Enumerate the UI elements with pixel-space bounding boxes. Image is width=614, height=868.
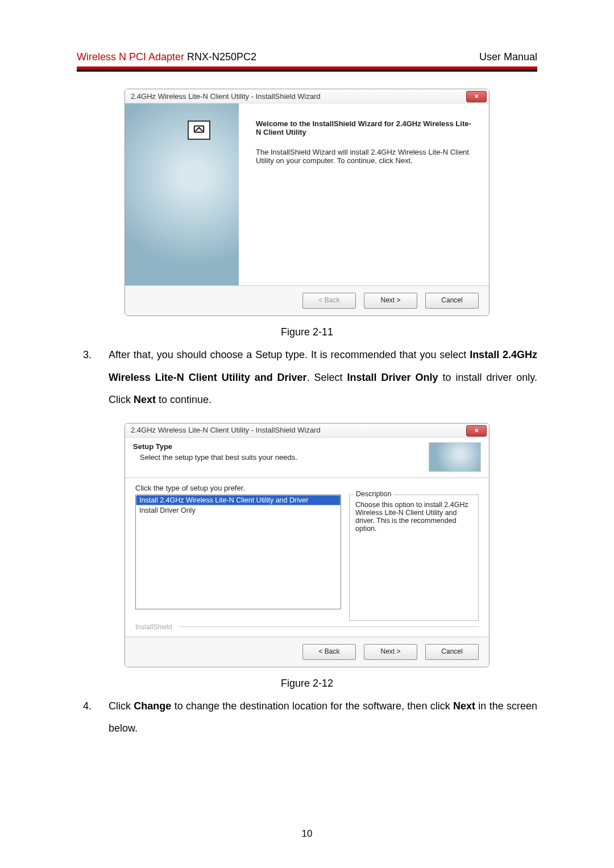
setup-type-heading: Setup Type Select the setup type that be… — [133, 442, 297, 462]
description-text: Choose this option to install 2.4GHz Wir… — [355, 501, 468, 533]
dialog2-title: 2.4GHz Wireless Lite-N Client Utility - … — [131, 426, 321, 434]
step-3-text: After that, you should choose a Setup ty… — [109, 344, 537, 412]
setup-instruction: Click the type of setup you prefer. — [125, 478, 489, 495]
step-3: 3. After that, you should choose a Setup… — [77, 344, 537, 412]
installshield-welcome-dialog: 2.4GHz Wireless Lite-N Client Utility - … — [125, 89, 489, 316]
wizard-welcome-heading: Welcome to the InstallShield Wizard for … — [256, 119, 472, 136]
cancel-button[interactable]: Cancel — [425, 644, 479, 660]
page-header: Wireless N PCI Adapter RNX-N250PC2 User … — [77, 51, 537, 67]
close-icon[interactable] — [466, 91, 487, 102]
setup-type-list[interactable]: Install 2.4GHz Wireless Lite-N Client Ut… — [135, 495, 341, 609]
header-right: User Manual — [479, 51, 537, 63]
next-button[interactable]: Next > — [364, 293, 417, 309]
description-label: Description — [354, 490, 394, 498]
page-number: 10 — [0, 828, 614, 840]
back-button[interactable]: < Back — [302, 644, 356, 660]
setup-option-utility-and-driver[interactable]: Install 2.4GHz Wireless Lite-N Client Ut… — [136, 495, 341, 505]
close-icon[interactable] — [466, 425, 487, 437]
header-product: Wireless N PCI Adapter RNX-N250PC2 — [77, 51, 256, 63]
wizard-side-image — [125, 103, 239, 285]
dialog1-title: 2.4GHz Wireless Lite-N Client Utility - … — [131, 92, 321, 101]
header-product-black: RNX-N250PC2 — [184, 51, 256, 63]
step-4-text: Click Change to change the destination l… — [109, 695, 537, 740]
figure-caption-2: Figure 2-12 — [77, 678, 537, 690]
figure-caption-1: Figure 2-11 — [77, 326, 537, 338]
wizard-welcome-body: The InstallShield Wizard will install 2.… — [256, 148, 472, 165]
cancel-button[interactable]: Cancel — [425, 293, 479, 309]
step-4-number: 4. — [77, 695, 92, 740]
divider — [180, 626, 479, 627]
dialog1-titlebar[interactable]: 2.4GHz Wireless Lite-N Client Utility - … — [125, 89, 489, 103]
back-button: < Back — [302, 293, 356, 309]
wizard-banner-image — [429, 442, 481, 472]
next-button[interactable]: Next > — [364, 644, 417, 660]
step-3-number: 3. — [77, 344, 92, 412]
monitor-icon — [188, 121, 210, 140]
step-4: 4. Click Change to change the destinatio… — [77, 695, 537, 740]
header-rule-black — [77, 70, 537, 72]
installshield-setuptype-dialog: 2.4GHz Wireless Lite-N Client Utility - … — [125, 423, 489, 667]
computer-icon — [193, 124, 205, 136]
dialog2-titlebar[interactable]: 2.4GHz Wireless Lite-N Client Utility - … — [125, 423, 489, 438]
installshield-brand: InstallShield — [135, 623, 172, 631]
setup-option-driver-only[interactable]: Install Driver Only — [136, 505, 341, 516]
description-box: Choose this option to install 2.4GHz Wir… — [349, 495, 479, 621]
header-product-red: Wireless N PCI Adapter — [77, 51, 184, 63]
